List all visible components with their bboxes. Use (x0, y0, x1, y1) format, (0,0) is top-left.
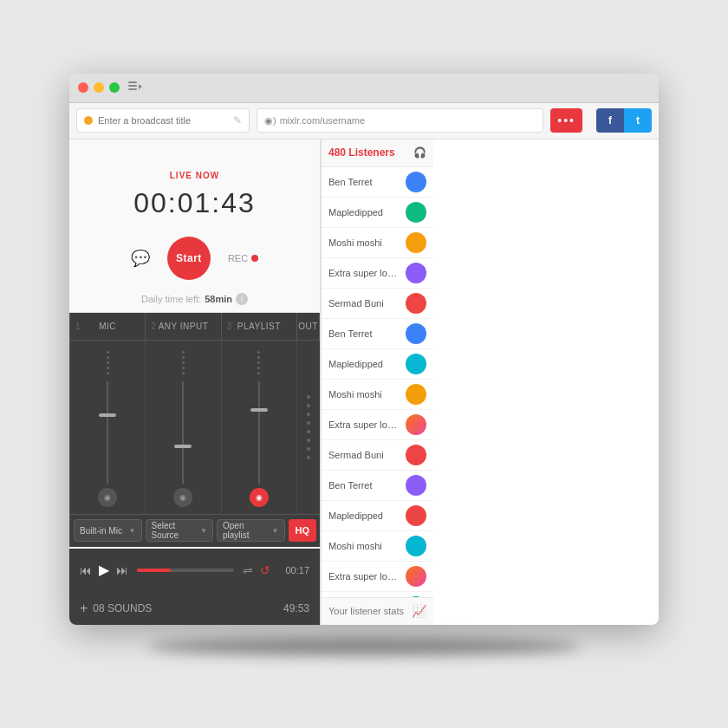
svg-rect-2 (128, 88, 137, 90)
url-text: mixlr.com/username (280, 115, 365, 126)
list-item: Mapledipped (322, 198, 433, 228)
list-item: Ben Terret (322, 319, 433, 349)
channel-btn-mic[interactable]: ◉ (98, 488, 117, 507)
fader-track-1[interactable] (107, 381, 108, 484)
progress-fill (137, 569, 171, 572)
fader-dots-3 (257, 348, 260, 378)
shuffle-icon[interactable]: ⇌ (243, 563, 253, 577)
mixer-controls-bar: Built-in Mic ▼ Select Source ▼ Open play… (70, 514, 320, 547)
avatar (406, 354, 426, 374)
listener-name: Sermad Buni (328, 298, 384, 309)
avatar (406, 293, 426, 314)
total-time: 49:53 (283, 602, 309, 614)
broadcast-title-input[interactable] (98, 115, 230, 126)
repeat-icon[interactable]: ↺ (260, 563, 270, 577)
player-time: 00:17 (279, 565, 309, 575)
next-button[interactable]: ⏭ (116, 563, 128, 577)
fader-handle-1[interactable] (99, 413, 116, 417)
listener-name: Ben Terret (328, 480, 373, 491)
list-item: Mapledipped (322, 349, 433, 380)
avatar (406, 202, 426, 223)
progress-bar[interactable] (137, 569, 234, 572)
add-sounds-button[interactable]: + 08 SOUNDS (80, 601, 152, 616)
mixer-channel-mic: ◉ (70, 341, 146, 514)
hq-button[interactable]: HQ (289, 519, 317, 542)
main-area: LIVE NOW 00:01:43 💬 Start REC Daily time… (69, 140, 659, 625)
menu-icon[interactable] (128, 80, 142, 96)
avatar (406, 536, 426, 556)
avatar (406, 384, 426, 405)
mixer-out-header: OUT (297, 313, 320, 340)
mixer-col3-header: 3 PLAYLIST (222, 313, 297, 340)
player-icons: ⇌ ↺ (243, 563, 270, 577)
fader-dots-2 (182, 348, 185, 378)
avatar (406, 475, 426, 496)
play-button[interactable]: ▶ (99, 562, 109, 578)
playlist-select[interactable]: Open playlist ▼ (217, 519, 285, 542)
start-button[interactable]: Start (167, 237, 211, 280)
mixer-col1-header: 1 MIC (70, 313, 146, 340)
close-button[interactable] (78, 82, 88, 93)
twitter-button[interactable]: t (624, 108, 652, 133)
sounds-count-label: 08 SOUNDS (93, 602, 152, 614)
list-item: Sermad Buni (322, 440, 433, 471)
playlist-footer: + 08 SOUNDS 49:53 (69, 592, 320, 625)
listener-name: Extra super long... (328, 268, 398, 278)
player-bar: ⏮ ▶ ⏭ ⇌ ↺ 00:17 (69, 549, 320, 592)
svg-rect-0 (128, 81, 137, 83)
url-bar: ◉) mixlr.com/username (257, 108, 543, 133)
broadcast-title-field[interactable]: ✎ (76, 108, 250, 133)
listener-name: Moshi moshi (328, 541, 382, 551)
avatar (406, 323, 426, 344)
list-item: Moshi moshi (322, 531, 433, 562)
info-icon[interactable]: i (236, 293, 248, 305)
window-shadow (147, 638, 581, 655)
out-dots (307, 348, 310, 507)
fader-track-2[interactable] (182, 381, 184, 484)
avatar (406, 445, 426, 465)
edit-icon: ✎ (233, 114, 242, 127)
fader-handle-2[interactable] (174, 445, 192, 448)
social-buttons: f t (596, 108, 652, 133)
left-panel: LIVE NOW 00:01:43 💬 Start REC Daily time… (69, 140, 321, 625)
channel-btn-playlist[interactable]: ◉ (250, 488, 269, 507)
channel-btn-input[interactable]: ◉ (173, 488, 192, 507)
prev-button[interactable]: ⏮ (80, 563, 92, 577)
toolbar: ✎ ◉) mixlr.com/username ••• f t (69, 103, 659, 140)
chat-icon[interactable]: 💬 (131, 249, 150, 268)
mixer-header: 1 MIC 2 ANY INPUT 3 PLAYLIST OUT (70, 313, 320, 341)
mixer-col2-header: 2 ANY INPUT (146, 313, 221, 340)
player-controls: ⏮ ▶ ⏭ (80, 562, 128, 578)
fader-handle-3[interactable] (250, 408, 268, 412)
mixer-body: ◉ (70, 341, 320, 514)
list-item: Extra super long... (322, 562, 433, 592)
listeners-icon: 🎧 (413, 146, 426, 159)
controls-row: 💬 Start REC (87, 237, 302, 280)
broadcast-dot-icon (84, 116, 93, 125)
list-item: Mapledipped (322, 501, 433, 531)
more-button[interactable]: ••• (550, 108, 582, 133)
mixer-panel: 1 MIC 2 ANY INPUT 3 PLAYLIST OUT (69, 313, 320, 547)
avatar (406, 414, 426, 435)
fader-track-3[interactable] (258, 381, 260, 484)
titlebar (69, 74, 659, 103)
add-icon: + (80, 601, 88, 616)
listener-name: Ben Terret (328, 328, 373, 339)
daily-time: Daily time left: 58min i (69, 293, 320, 305)
daily-time-value: 58min (205, 294, 232, 304)
listeners-list: Ben Terret Mapledipped Moshi moshi Extra… (322, 167, 433, 597)
listener-name: Mapledipped (328, 510, 383, 521)
listener-name: Moshi moshi (328, 389, 382, 400)
avatar (406, 263, 426, 283)
list-item: Sermad Buni (322, 289, 433, 319)
avatar (406, 232, 426, 253)
input-select[interactable]: Select Source ▼ (146, 519, 214, 542)
maximize-button[interactable] (109, 82, 120, 93)
mic-select[interactable]: Built-in Mic ▼ (74, 519, 142, 542)
list-item: Ben Terret (322, 167, 433, 198)
listener-stats-button[interactable]: Your listener stats 📈 (322, 597, 433, 625)
traffic-lights (78, 82, 120, 93)
facebook-button[interactable]: f (596, 108, 624, 133)
listener-name: Mapledipped (328, 359, 383, 369)
minimize-button[interactable] (94, 82, 104, 93)
